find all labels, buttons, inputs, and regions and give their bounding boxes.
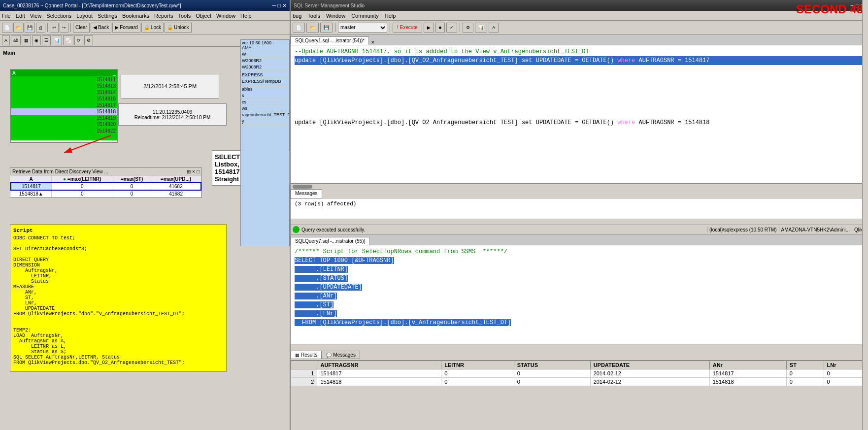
tab-results[interactable]: ▦ Results — [291, 351, 322, 359]
retrieve-table-container: Retrieve Data from Direct Discovery View… — [10, 167, 202, 198]
sql2-vscroll[interactable] — [862, 245, 868, 344]
maximize-icon[interactable]: □ — [277, 2, 281, 9]
menu-edit[interactable]: Edit — [16, 13, 25, 19]
print-button[interactable]: 🖨 — [36, 23, 45, 33]
menu-tools[interactable]: Tools — [307, 13, 320, 19]
toolbar2-btn5[interactable]: ☰ — [42, 35, 51, 45]
toolbar2-btn8[interactable]: ⟳ — [74, 35, 83, 45]
tab-sqlquery7[interactable]: SQLQuery7.sql -...nistrator (55)) — [291, 237, 370, 245]
ssms-toolbar-extra[interactable]: ⚙ — [463, 23, 473, 33]
cell-st1: 0 — [786, 369, 824, 378]
list-item[interactable]: 1514819 — [11, 115, 117, 121]
toolbar2-btn4[interactable]: ◉ — [32, 35, 41, 45]
undo-button[interactable]: ↩ — [50, 23, 59, 33]
debug-btn[interactable]: ▶ — [424, 23, 434, 33]
messages-hscroll[interactable] — [291, 219, 868, 225]
status-text: Query executed successfully. — [301, 227, 705, 232]
cell-upd2: 41682 — [151, 190, 201, 198]
listbox-minimize-icon[interactable]: _ — [113, 70, 116, 76]
menu-community[interactable]: Community — [351, 13, 379, 19]
toolbar2-btn2[interactable]: ab — [11, 35, 21, 45]
hscroll-thumb[interactable] — [293, 185, 312, 189]
list-item-selected[interactable]: 1514818 — [11, 108, 117, 115]
sql2-editor[interactable]: /****** Script for SelectTopNRows comman… — [291, 245, 868, 344]
menu-reports[interactable]: Reports — [154, 13, 173, 19]
cell-lnr1: 0 — [824, 369, 868, 378]
list-item[interactable]: 1514817 — [11, 102, 117, 108]
sql1-hscroll[interactable] — [291, 183, 868, 189]
toolbar2-btn1[interactable]: A — [2, 35, 10, 45]
tab-close-icon[interactable]: ✕ — [371, 40, 375, 45]
col-lnr-header: LNr — [824, 361, 868, 369]
ssms-title: SQL Server Management Studio — [294, 3, 365, 8]
toolbar2-btn3[interactable]: ▦ — [22, 35, 31, 45]
ssms-toolbar-extra2[interactable]: 📊 — [475, 23, 487, 33]
ssms-open-btn[interactable]: 📂 — [306, 23, 319, 33]
toolbar2-btn7[interactable]: 📈 — [63, 35, 73, 45]
forward-label: Forward — [120, 25, 138, 30]
open-button[interactable]: 📂 — [13, 23, 24, 33]
save-button[interactable]: 💾 — [25, 23, 35, 33]
toolbar2-btn6[interactable]: 📊 — [52, 35, 62, 45]
cell-rownum1: 1 — [291, 369, 317, 378]
menu-bookmarks[interactable]: Bookmarks — [122, 13, 149, 19]
menu-help[interactable]: Help — [385, 13, 396, 19]
script-content: ODBC CONNECT TO test; SET DirectCacheSec… — [13, 235, 223, 365]
ssms-panel: SQL Server Management Studio SECOND 48 ─… — [291, 0, 868, 430]
menu-tools[interactable]: Tools — [178, 13, 191, 19]
annotation-line2: Reloadtime: 2/12/2014 2:58:10 PM — [134, 115, 211, 120]
sql2-comment: /****** Script for SelectTopNRows comman… — [295, 247, 864, 256]
retrieve-icon1[interactable]: ⊞ — [187, 169, 191, 174]
list-item[interactable]: 1514816 — [11, 96, 117, 102]
new-button[interactable]: 📄 — [2, 23, 12, 33]
listbox-body[interactable]: 1514811 1514813 1514814 1514816 1514817 … — [11, 76, 117, 140]
tab-results-messages[interactable]: 💬 Messages — [322, 351, 360, 359]
menu-window[interactable]: Window — [326, 13, 345, 19]
list-item[interactable]: 1514820 — [11, 121, 117, 128]
sql-editor-1[interactable]: --Update AUFTRAGNR 1514817, so it is add… — [291, 45, 868, 183]
list-item[interactable]: 1514822 — [11, 128, 117, 134]
unlock-button[interactable]: 🔓 Unlock — [165, 23, 192, 33]
cell-status1: 0 — [514, 369, 590, 378]
list-item[interactable]: 1514811 — [11, 76, 117, 83]
ssms-toolbar-extra3[interactable]: A — [489, 23, 499, 33]
tab-messages[interactable]: Messages — [291, 189, 322, 199]
sql2-hscroll[interactable] — [291, 344, 868, 350]
menu-object[interactable]: Object — [196, 13, 211, 19]
lock-button[interactable]: 🔒 Lock — [141, 23, 164, 33]
redo-button[interactable]: ↪ — [60, 23, 68, 33]
ssms-new-btn[interactable]: 📄 — [293, 23, 305, 33]
messages-text: (3 row(s) affected) — [295, 201, 356, 207]
results-msg-icon: 💬 — [326, 353, 332, 358]
list-item[interactable]: 1514814 — [11, 89, 117, 96]
clear-button[interactable]: Clear — [73, 23, 90, 33]
stop-btn[interactable]: ■ — [435, 23, 445, 33]
menu-selections[interactable]: Selections — [46, 13, 71, 19]
close-icon[interactable]: ✕ — [282, 2, 287, 9]
menu-window[interactable]: Window — [216, 13, 235, 19]
retrieve-icon3[interactable]: □ — [197, 169, 200, 174]
minimize-icon[interactable]: ─ — [272, 2, 276, 9]
retrieve-icon2[interactable]: × — [192, 169, 195, 174]
menu-help[interactable]: Help — [240, 13, 252, 19]
retrieve-header: Retrieve Data from Direct Discovery View… — [10, 168, 201, 175]
parse-btn[interactable]: ✓ — [446, 23, 457, 33]
execute-button[interactable]: ! Execute — [393, 23, 422, 33]
menu-bug[interactable]: bug — [293, 13, 301, 19]
tab-sqlquery1[interactable]: SQLQuery1.sql -...istrator (54))* — [291, 36, 369, 45]
sql-comment-line: --Update AUFTRAGNR 1514817, so it is add… — [295, 47, 864, 56]
back-button[interactable]: ◀ Back — [91, 23, 111, 33]
menu-layout[interactable]: Layout — [76, 13, 93, 19]
messages-tabs: Messages — [291, 189, 868, 199]
results-panel: ▦ Results 💬 Messages AUFTRAGSNR LEITNR S… — [291, 350, 868, 386]
menu-settings[interactable]: Settings — [98, 13, 117, 19]
forward-button[interactable]: ▶ Forward — [112, 23, 140, 33]
menu-file[interactable]: File — [2, 13, 11, 19]
list-item[interactable]: 1514813 — [11, 83, 117, 89]
menu-view[interactable]: View — [30, 13, 42, 19]
toolbar2-btn9[interactable]: ⚙ — [84, 35, 93, 45]
cell-a2: 1514818▲ — [11, 190, 51, 198]
ssms-save-btn[interactable]: 💾 — [320, 23, 333, 33]
database-selector[interactable]: master — [338, 23, 387, 33]
script-box: Script ODBC CONNECT TO test; SET DirectC… — [10, 224, 227, 372]
